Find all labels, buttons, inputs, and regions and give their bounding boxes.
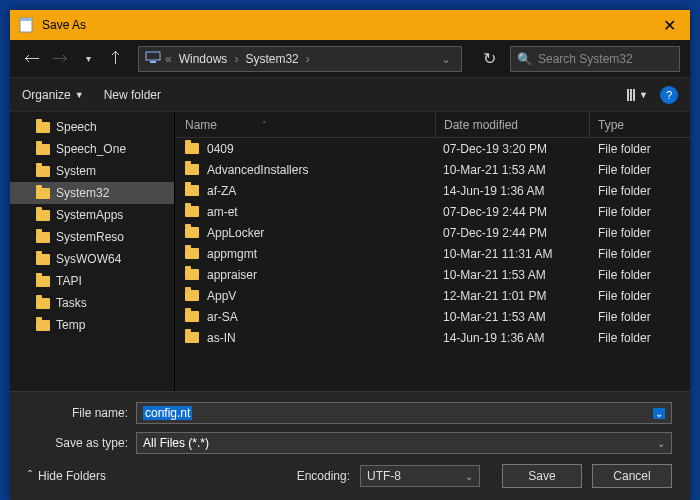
- file-type: File folder: [598, 268, 651, 282]
- help-button[interactable]: ?: [660, 86, 678, 104]
- tree-item[interactable]: TAPI: [10, 270, 174, 292]
- file-list-panel: Nameˆ Date modified Type 040907-Dec-19 3…: [175, 112, 690, 391]
- folder-icon: [185, 143, 199, 154]
- saveastype-select[interactable]: All Files (*.*)⌄: [136, 432, 672, 454]
- breadcrumb-windows[interactable]: Windows: [176, 52, 231, 66]
- view-button[interactable]: ▼: [627, 89, 648, 101]
- file-row[interactable]: ar-SA10-Mar-21 1:53 AMFile folder: [175, 306, 690, 327]
- file-date: 12-Mar-21 1:01 PM: [443, 289, 546, 303]
- folder-icon: [36, 276, 50, 287]
- file-date: 10-Mar-21 1:53 AM: [443, 163, 546, 177]
- address-bar[interactable]: « Windows › System32 › ⌄: [138, 46, 462, 72]
- folder-icon: [36, 210, 50, 221]
- file-type: File folder: [598, 163, 651, 177]
- hide-folders-button[interactable]: ˆHide Folders: [28, 469, 106, 483]
- file-type: File folder: [598, 226, 651, 240]
- file-name: appmgmt: [207, 247, 257, 261]
- tree-item[interactable]: SystemReso: [10, 226, 174, 248]
- filename-dropdown[interactable]: ⌄: [653, 408, 665, 419]
- folder-icon: [185, 248, 199, 259]
- folder-icon: [185, 311, 199, 322]
- tree-item[interactable]: Temp: [10, 314, 174, 336]
- tree-item-label: Tasks: [56, 296, 87, 310]
- file-type: File folder: [598, 310, 651, 324]
- folder-icon: [36, 122, 50, 133]
- recent-dropdown[interactable]: ▾: [76, 47, 100, 71]
- file-row[interactable]: appraiser10-Mar-21 1:53 AMFile folder: [175, 264, 690, 285]
- filename-label: File name:: [28, 406, 128, 420]
- file-row[interactable]: 040907-Dec-19 3:20 PMFile folder: [175, 138, 690, 159]
- folder-icon: [36, 254, 50, 265]
- save-as-dialog: Save As ✕ 🡐 🡒 ▾ 🡑 « Windows › System32 ›…: [10, 10, 690, 500]
- column-type[interactable]: Type: [590, 118, 690, 132]
- search-input[interactable]: 🔍 Search System32: [510, 46, 680, 72]
- tree-item-label: Speech: [56, 120, 97, 134]
- file-name: 0409: [207, 142, 234, 156]
- breadcrumb-overflow[interactable]: «: [165, 52, 172, 66]
- close-button[interactable]: ✕: [657, 16, 682, 35]
- file-name: AdvancedInstallers: [207, 163, 308, 177]
- cancel-button[interactable]: Cancel: [592, 464, 672, 488]
- file-list[interactable]: 040907-Dec-19 3:20 PMFile folderAdvanced…: [175, 138, 690, 391]
- column-date[interactable]: Date modified: [435, 112, 590, 137]
- file-row[interactable]: af-ZA14-Jun-19 1:36 AMFile folder: [175, 180, 690, 201]
- tree-item[interactable]: Speech: [10, 116, 174, 138]
- file-row[interactable]: appmgmt10-Mar-21 11:31 AMFile folder: [175, 243, 690, 264]
- up-button[interactable]: 🡑: [104, 47, 128, 71]
- new-folder-button[interactable]: New folder: [104, 88, 161, 102]
- file-row[interactable]: am-et07-Dec-19 2:44 PMFile folder: [175, 201, 690, 222]
- file-row[interactable]: AppLocker07-Dec-19 2:44 PMFile folder: [175, 222, 690, 243]
- file-row[interactable]: AppV12-Mar-21 1:01 PMFile folder: [175, 285, 690, 306]
- file-name: AppV: [207, 289, 236, 303]
- tree-item-label: TAPI: [56, 274, 82, 288]
- tree-item-label: Temp: [56, 318, 85, 332]
- folder-icon: [36, 232, 50, 243]
- svg-rect-1: [20, 18, 32, 21]
- tree-item[interactable]: System: [10, 160, 174, 182]
- window-title: Save As: [42, 18, 657, 32]
- file-type: File folder: [598, 184, 651, 198]
- tree-item[interactable]: Tasks: [10, 292, 174, 314]
- search-icon: 🔍: [517, 52, 532, 66]
- file-date: 07-Dec-19 2:44 PM: [443, 205, 547, 219]
- tree-item[interactable]: Speech_One: [10, 138, 174, 160]
- breadcrumb-system32[interactable]: System32: [242, 52, 301, 66]
- tree-item[interactable]: SystemApps: [10, 204, 174, 226]
- file-row[interactable]: as-IN14-Jun-19 1:36 AMFile folder: [175, 327, 690, 348]
- svg-rect-2: [146, 52, 160, 60]
- chevron-right-icon: ›: [306, 52, 310, 66]
- titlebar: Save As ✕: [10, 10, 690, 40]
- encoding-select[interactable]: UTF-8⌄: [360, 465, 480, 487]
- folder-icon: [36, 320, 50, 331]
- address-dropdown[interactable]: ⌄: [437, 52, 455, 66]
- file-date: 07-Dec-19 2:44 PM: [443, 226, 547, 240]
- bottom-panel: File name: config.nt⌄ Save as type: All …: [10, 391, 690, 500]
- back-button[interactable]: 🡐: [20, 47, 44, 71]
- forward-button[interactable]: 🡒: [48, 47, 72, 71]
- tree-item-label: Speech_One: [56, 142, 126, 156]
- tree-item-label: SystemApps: [56, 208, 123, 222]
- refresh-button[interactable]: ↻: [476, 46, 502, 72]
- file-type: File folder: [598, 331, 651, 345]
- file-name: as-IN: [207, 331, 236, 345]
- saveastype-label: Save as type:: [28, 436, 128, 450]
- file-row[interactable]: AdvancedInstallers10-Mar-21 1:53 AMFile …: [175, 159, 690, 180]
- save-button[interactable]: Save: [502, 464, 582, 488]
- organize-menu[interactable]: Organize▼: [22, 88, 84, 102]
- chevron-right-icon: ›: [234, 52, 238, 66]
- file-date: 14-Jun-19 1:36 AM: [443, 184, 544, 198]
- sort-asc-icon: ˆ: [263, 120, 266, 130]
- folder-icon: [36, 188, 50, 199]
- column-name[interactable]: Nameˆ: [185, 118, 435, 132]
- folder-tree[interactable]: SpeechSpeech_OneSystemSystem32SystemApps…: [10, 112, 175, 391]
- dialog-body: SpeechSpeech_OneSystemSystem32SystemApps…: [10, 112, 690, 391]
- filename-input[interactable]: config.nt⌄: [136, 402, 672, 424]
- folder-icon: [185, 227, 199, 238]
- file-name: am-et: [207, 205, 238, 219]
- chevron-down-icon: ⌄: [465, 471, 473, 482]
- tree-item[interactable]: System32: [10, 182, 174, 204]
- tree-item[interactable]: SysWOW64: [10, 248, 174, 270]
- folder-icon: [185, 164, 199, 175]
- file-name: appraiser: [207, 268, 257, 282]
- folder-icon: [36, 298, 50, 309]
